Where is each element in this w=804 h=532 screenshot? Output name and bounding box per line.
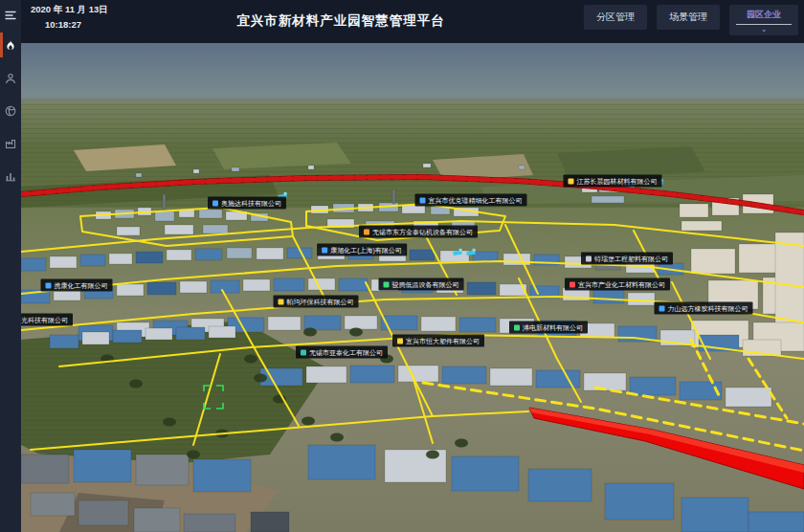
user-icon[interactable] [0,67,21,90]
factory-icon[interactable] [0,132,21,155]
company-label-text: 宜兴市恒大塑件有限公司 [406,338,480,344]
company-marker-icon [659,305,665,311]
company-label-text: 宜兴市汉光科技有限公司 [21,317,68,323]
company-label[interactable]: 宜兴市产业化工材料有限公司 [565,278,670,291]
top-header: 2020 年 11 月 13日 10:18:27 宜兴市新材料产业园智慧管理平台… [21,0,804,43]
page-title: 宜兴市新材料产业园智慧管理平台 [21,12,660,30]
company-label[interactable]: 康旭化工(上海)有限公司 [317,244,407,256]
company-label-text: 力山远方橡胶科技有限公司 [668,305,748,312]
company-label[interactable]: 特瑞堡工程塑料有限公司 [581,253,673,265]
company-label[interactable]: 宜兴市汉光科技有限公司 [21,314,73,326]
distant-terrain [21,97,804,148]
company-label-text: 帕玛环保科技有限公司 [287,299,354,305]
company-label[interactable]: 帕玛环保科技有限公司 [274,296,359,308]
company-label-text: 无锡市亚泰化工有限公司 [309,349,383,356]
compass-icon[interactable] [0,100,21,122]
bar-chart-icon[interactable] [0,165,21,188]
company-label[interactable]: 宜兴市恒大塑件有限公司 [392,335,484,347]
header-actions: 分区管理 场景管理 园区企业 ⌄ [584,5,798,35]
map-3d-viewport[interactable]: 奥施达科技有限公司宜兴市优克谱精细化工有限公司无锡市东方金泰钻机设备有限公司康旭… [21,43,804,532]
company-marker-icon [420,197,426,203]
park-enterprise-dropdown[interactable]: 园区企业 ⌄ [729,5,798,35]
sky-haze [21,43,804,102]
company-marker-icon [514,324,520,330]
company-label[interactable]: 江苏长晨园林材料有限公司 [564,175,662,188]
company-label-text: 特瑞堡工程塑料有限公司 [594,255,668,262]
company-label-text: 无锡市东方金泰钻机设备有限公司 [372,229,473,235]
company-label-text: 溥电新材料有限公司 [523,324,583,331]
company-label-text: 奥施达科技有限公司 [221,200,281,207]
company-marker-icon [301,349,306,355]
sidebar [0,0,21,532]
company-label[interactable]: 携康化工有限公司 [41,279,113,292]
scene-management-button[interactable]: 场景管理 [657,5,720,30]
company-label[interactable]: 无锡市东方金泰钻机设备有限公司 [359,226,478,238]
fire-icon[interactable] [0,34,21,57]
company-marker-icon [397,338,403,344]
company-marker-icon [570,281,575,287]
company-label[interactable]: 力山远方橡胶科技有限公司 [655,302,753,315]
company-label-text: 江苏长晨园林材料有限公司 [577,178,658,185]
company-marker-icon [384,281,390,287]
company-label[interactable]: 溥电新材料有限公司 [509,321,588,334]
dropdown-label: 园区企业 [735,9,793,21]
menu-icon[interactable] [0,4,21,27]
company-label-text: 宜兴市产业化工材料有限公司 [578,281,665,288]
company-marker-icon [46,282,52,288]
chevron-down-icon: ⌄ [735,26,793,33]
smart-park-platform: 2020 年 11 月 13日 10:18:27 宜兴市新材料产业园智慧管理平台… [0,0,804,532]
company-marker-icon [279,299,284,304]
company-label[interactable]: 宜兴市优克谱精细化工有限公司 [415,194,527,207]
company-label-text: 康旭化工(上海)有限公司 [330,247,402,254]
company-marker-icon [586,255,592,261]
company-marker-icon [322,247,327,253]
company-marker-icon [212,200,218,206]
company-label-text: 骏腾低温设备有限公司 [392,281,459,288]
company-marker-icon [569,178,574,184]
company-label[interactable]: 无锡市亚泰化工有限公司 [296,346,388,359]
company-label[interactable]: 奥施达科技有限公司 [208,197,286,210]
zone-management-button[interactable]: 分区管理 [584,5,647,30]
company-label[interactable]: 骏腾低温设备有限公司 [379,278,464,291]
company-marker-icon [364,229,369,234]
company-label-text: 携康化工有限公司 [55,282,108,289]
company-label-text: 宜兴市优克谱精细化工有限公司 [429,197,523,204]
